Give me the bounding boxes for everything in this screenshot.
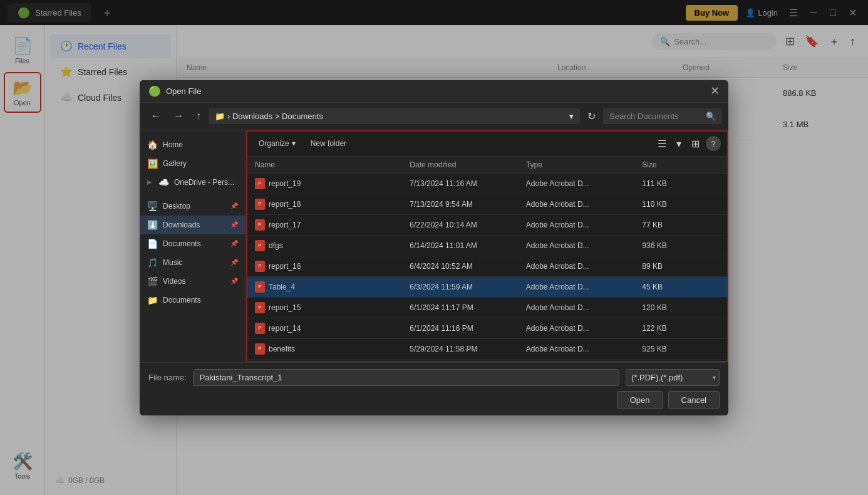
back-button[interactable]: ←: [146, 108, 166, 124]
up-button[interactable]: ↑: [191, 108, 206, 124]
file-name-cell: P dfgs: [255, 240, 410, 251]
grid-view-button[interactable]: ⊞: [688, 135, 703, 152]
view-controls: ☰ ▾ ⊞ ?: [654, 135, 721, 152]
sidebar-item-gallery[interactable]: 🖼️ Gallery: [140, 154, 245, 173]
file-name-cell: P report_17: [255, 219, 410, 231]
sidebar-item-downloads[interactable]: ⬇️ Downloads 📌: [140, 216, 245, 234]
desktop-icon: 🖥️: [147, 201, 158, 211]
pdf-file-icon: P: [255, 261, 265, 272]
file-rows-container: P report_19 7/13/2024 11:16 AM Adobe Acr…: [247, 174, 727, 361]
filetype-wrapper: (*.PDF),(*.pdf) ▾: [626, 369, 720, 386]
pin-icon: 📌: [230, 240, 238, 247]
dialog-body: 🏠 Home 🖼️ Gallery ▶ ☁️ OneDrive - Pers..…: [140, 130, 728, 362]
list-toolbar: Organize ▾ New folder ☰ ▾ ⊞ ?: [247, 132, 727, 157]
onedrive-icon: ☁️: [158, 177, 169, 187]
sidebar-label: OneDrive - Pers...: [174, 178, 234, 187]
col-date: Date modified: [410, 160, 526, 169]
list-view-button[interactable]: ☰: [654, 135, 670, 152]
dropdown-icon: ▾: [292, 139, 296, 148]
sidebar-label: Downloads: [163, 221, 200, 229]
pin-icon: 📌: [230, 202, 238, 209]
list-item[interactable]: P Table_4 6/3/2024 11:59 AM Adobe Acroba…: [247, 277, 727, 298]
list-item[interactable]: P benefits 5/29/2024 11:58 PM Adobe Acro…: [247, 339, 727, 360]
list-item[interactable]: P report_15 6/1/2024 11:17 PM Adobe Acro…: [247, 298, 727, 318]
sidebar-item-documents[interactable]: 📄 Documents 📌: [140, 234, 245, 253]
new-folder-button[interactable]: New folder: [306, 137, 351, 150]
pin-icon: 📌: [230, 278, 238, 284]
list-item[interactable]: P report_18 7/13/2024 9:54 AM Adobe Acro…: [247, 194, 727, 215]
col-name: Name: [255, 160, 410, 169]
sidebar-item-videos[interactable]: 🎬 Videos 📌: [140, 272, 245, 291]
col-size: Size: [642, 160, 720, 169]
videos-icon: 🎬: [147, 276, 158, 286]
dialog-titlebar: 🟢 Open File ✕: [140, 80, 728, 103]
pdf-file-icon: P: [255, 178, 265, 189]
filename-row: File name: (*.PDF),(*.pdf) ▾: [148, 369, 720, 386]
sidebar-item-docs-folder[interactable]: 📁 Documents: [140, 291, 245, 310]
col-type: Type: [526, 160, 643, 169]
sidebar-item-onedrive[interactable]: ▶ ☁️ OneDrive - Pers...: [140, 173, 245, 192]
file-name-cell: P report_14: [255, 323, 410, 334]
list-item[interactable]: P report_16 6/4/2024 10:52 AM Adobe Acro…: [247, 256, 727, 277]
expander-icon: ▶: [147, 179, 152, 185]
breadcrumb[interactable]: 📁 › Downloads > Documents ▾: [209, 108, 580, 124]
dialog-title: Open File: [166, 86, 705, 96]
dialog-btn-row: Open Cancel: [148, 391, 720, 409]
sidebar-item-home[interactable]: 🏠 Home: [140, 135, 245, 154]
pdf-file-icon: P: [255, 219, 265, 231]
filetype-select[interactable]: (*.PDF),(*.pdf): [626, 369, 720, 386]
dialog-toolbar: ← → ↑ 📁 › Downloads > Documents ▾ ↻ Sear…: [140, 103, 728, 130]
file-name-cell: P Table_4: [255, 281, 410, 293]
file-name-cell: P report_19: [255, 178, 410, 189]
sidebar-item-music[interactable]: 🎵 Music 📌: [140, 253, 245, 272]
dialog-overlay: 🟢 Open File ✕ ← → ↑ 📁 › Downloads > Docu…: [0, 0, 868, 495]
sidebar-label: Music: [163, 258, 182, 267]
folder-icon: 📁: [147, 295, 158, 305]
sidebar-label: Documents: [163, 239, 201, 248]
organize-button[interactable]: Organize ▾: [254, 137, 301, 150]
dialog-footer: File name: (*.PDF),(*.pdf) ▾ Open Cancel: [140, 362, 728, 415]
cancel-button[interactable]: Cancel: [668, 391, 720, 409]
sidebar-label: Home: [163, 140, 183, 149]
sidebar-label: Documents: [163, 296, 201, 305]
pdf-file-icon: P: [255, 281, 265, 293]
list-item[interactable]: P DeSci 5/29/2024 11:56 PM Adobe Acrobat…: [247, 360, 727, 361]
pdf-file-icon: P: [255, 199, 265, 210]
filename-label: File name:: [148, 373, 187, 382]
dialog-app-icon: 🟢: [148, 85, 161, 97]
help-button[interactable]: ?: [706, 136, 721, 151]
dialog-search-box[interactable]: Search Documents 🔍: [603, 108, 722, 124]
list-item[interactable]: P report_14 6/1/2024 11:16 PM Adobe Acro…: [247, 318, 727, 339]
list-item[interactable]: P report_17 6/22/2024 10:14 AM Adobe Acr…: [247, 215, 727, 236]
refresh-button[interactable]: ↻: [582, 108, 601, 125]
dialog-search-placeholder: Search Documents: [609, 112, 679, 121]
dialog-list-header: Name Date modified Type Size: [247, 157, 727, 174]
file-name-cell: P benefits: [255, 343, 410, 355]
pin-icon: 📌: [230, 259, 238, 266]
music-icon: 🎵: [147, 258, 158, 268]
dialog-close-button[interactable]: ✕: [710, 85, 720, 96]
dialog-filelist: Organize ▾ New folder ☰ ▾ ⊞ ? Name Date …: [246, 130, 728, 362]
forward-button[interactable]: →: [168, 108, 189, 124]
file-name-cell: P report_18: [255, 199, 410, 210]
breadcrumb-dropdown-icon[interactable]: ▾: [569, 112, 574, 121]
breadcrumb-folder-icon: 📁: [215, 112, 225, 121]
list-item[interactable]: P dfgs 6/14/2024 11:01 AM Adobe Acrobat …: [247, 236, 727, 256]
sidebar-label: Desktop: [163, 202, 190, 211]
sidebar-label: Videos: [163, 277, 185, 286]
list-item[interactable]: P report_19 7/13/2024 11:16 AM Adobe Acr…: [247, 174, 727, 194]
filename-input[interactable]: [193, 369, 619, 386]
downloads-icon: ⬇️: [147, 220, 158, 230]
documents-icon: 📄: [147, 239, 158, 249]
sidebar-item-desktop[interactable]: 🖥️ Desktop 📌: [140, 197, 245, 216]
sidebar-label: Gallery: [163, 159, 187, 168]
dropdown-view-button[interactable]: ▾: [673, 135, 685, 152]
pdf-file-icon: P: [255, 323, 265, 334]
gallery-icon: 🖼️: [147, 159, 158, 169]
pdf-file-icon: P: [255, 240, 265, 251]
dialog-sidebar: 🏠 Home 🖼️ Gallery ▶ ☁️ OneDrive - Pers..…: [140, 130, 246, 362]
open-file-dialog: 🟢 Open File ✕ ← → ↑ 📁 › Downloads > Docu…: [140, 80, 728, 415]
file-name-cell: P report_16: [255, 261, 410, 272]
dialog-search-icon[interactable]: 🔍: [706, 112, 716, 121]
open-button[interactable]: Open: [617, 391, 663, 409]
